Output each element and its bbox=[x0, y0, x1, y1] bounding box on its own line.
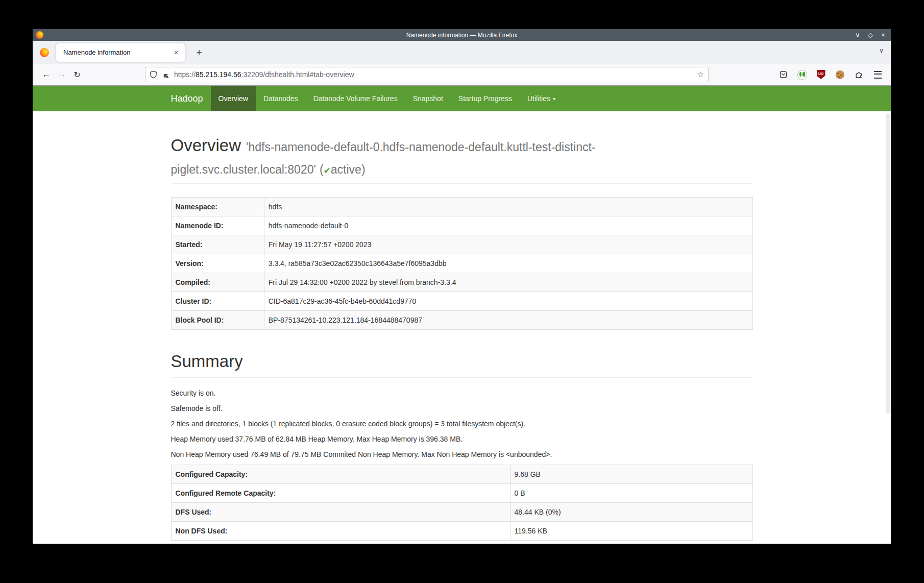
url-host: 85.215.194.56 bbox=[196, 70, 241, 79]
capacity-row: Non DFS Used:119.56 KB bbox=[171, 521, 752, 540]
navbar-items: OverviewDatanodesDatanode Volume Failure… bbox=[211, 86, 563, 111]
info-row: Namenode ID:hdfs-namenode-default-0 bbox=[171, 216, 752, 235]
info-row: Started:Fri May 19 11:27:57 +0200 2023 bbox=[171, 235, 752, 254]
nav-item-label: Overview bbox=[218, 94, 248, 103]
active-check-icon: ✔ bbox=[324, 166, 331, 176]
namenode-info-table: Namespace:hdfsNamenode ID:hdfs-namenode-… bbox=[171, 197, 753, 330]
list-tabs-chevron-icon[interactable]: ∨ bbox=[879, 47, 884, 54]
capacity-label: Configured Capacity: bbox=[171, 465, 510, 483]
window-title: Namenode information — Mozilla Firefox bbox=[33, 32, 891, 39]
nav-item-label: Startup Progress bbox=[458, 94, 512, 103]
summary-header: Summary bbox=[171, 350, 753, 378]
capacity-row: Configured Remote Capacity:0 B bbox=[171, 483, 752, 502]
overview-header: Overview'hdfs-namenode-default-0.hdfs-na… bbox=[171, 134, 753, 184]
nav-item-utilities[interactable]: Utilities▾ bbox=[520, 86, 563, 111]
firefox-view-icon bbox=[40, 48, 49, 57]
status-paren-close: ) bbox=[361, 163, 366, 176]
tab-bar: Namenode information × + ∨ bbox=[33, 41, 891, 64]
nav-item-overview[interactable]: Overview bbox=[211, 86, 256, 111]
summary-line: Safemode is off. bbox=[171, 403, 753, 414]
info-value: Fri May 19 11:27:57 +0200 2023 bbox=[264, 235, 752, 254]
extensions-puzzle-icon[interactable] bbox=[852, 67, 866, 82]
summary-line: 2 files and directories, 1 blocks (1 rep… bbox=[171, 419, 753, 429]
nav-item-startup-progress[interactable]: Startup Progress bbox=[451, 86, 520, 111]
nav-item-label: Utilities bbox=[527, 94, 550, 103]
tab-namenode-information[interactable]: Namenode information × bbox=[56, 43, 185, 62]
info-label: Block Pool ID: bbox=[171, 311, 264, 330]
info-value: hdfs-namenode-default-0 bbox=[264, 216, 752, 235]
page-title-summary: Summary bbox=[171, 350, 753, 373]
url-protocol: https:// bbox=[174, 70, 196, 79]
ublock-origin-icon[interactable]: UO bbox=[814, 67, 828, 82]
firefox-window: Namenode information — Mozilla Firefox ∨… bbox=[33, 29, 891, 544]
info-row: Namespace:hdfs bbox=[171, 198, 752, 216]
info-label: Version: bbox=[171, 254, 264, 273]
navbar-brand-hadoop[interactable]: Hadoop bbox=[163, 86, 211, 111]
capacity-value: 48.44 KB (0%) bbox=[510, 502, 752, 521]
page-scrollbar[interactable] bbox=[886, 113, 890, 414]
window-titlebar: Namenode information — Mozilla Firefox ∨… bbox=[33, 29, 891, 41]
tab-title: Namenode information bbox=[63, 48, 172, 56]
nav-item-datanode-volume-failures[interactable]: Datanode Volume Failures bbox=[306, 86, 405, 111]
info-label: Cluster ID: bbox=[171, 292, 264, 311]
navigation-toolbar: ← → ↻ https://85.215.194.56:32209/dfshea… bbox=[33, 64, 891, 86]
info-row: Compiled:Fri Jul 29 14:32:00 +0200 2022 … bbox=[171, 273, 752, 292]
menu-hamburger-icon[interactable] bbox=[870, 67, 885, 82]
namenode-status: active bbox=[331, 163, 361, 176]
page-content: Overview'hdfs-namenode-default-0.hdfs-na… bbox=[33, 111, 891, 544]
info-label: Namespace: bbox=[171, 198, 264, 216]
new-tab-button[interactable]: + bbox=[192, 47, 206, 58]
info-label: Started: bbox=[171, 235, 264, 254]
capacity-value: 0 B bbox=[510, 483, 752, 502]
capacity-label: Non DFS Used: bbox=[171, 521, 510, 540]
info-value: BP-875134261-10.223.121.184-168448847098… bbox=[264, 311, 752, 330]
hadoop-navbar: Hadoop OverviewDatanodesDatanode Volume … bbox=[33, 86, 891, 111]
summary-paragraphs: Security is on.Safemode is off.2 files a… bbox=[171, 388, 753, 459]
info-value: 3.3.4, ra585a73c3e02ac62350c136643a5e7f6… bbox=[264, 254, 752, 273]
capacity-value: 9.68 GB bbox=[510, 465, 752, 483]
capacity-row: Configured Capacity:9.68 GB bbox=[171, 465, 752, 483]
reload-button[interactable]: ↻ bbox=[69, 70, 85, 80]
page-title-overview: Overview bbox=[171, 136, 241, 155]
info-label: Compiled: bbox=[171, 273, 264, 292]
url-bar[interactable]: https://85.215.194.56:32209/dfshealth.ht… bbox=[145, 67, 709, 82]
tab-close-icon[interactable]: × bbox=[172, 48, 181, 57]
nav-item-label: Datanodes bbox=[263, 94, 298, 103]
bookmark-star-icon[interactable]: ☆ bbox=[697, 70, 704, 79]
firefox-view-button[interactable] bbox=[37, 45, 52, 60]
capacity-value: 119.56 KB bbox=[510, 521, 752, 540]
forward-button[interactable]: → bbox=[54, 69, 69, 80]
info-value: hdfs bbox=[264, 198, 752, 216]
nav-item-label: Datanode Volume Failures bbox=[313, 94, 398, 103]
cookie-extension-icon[interactable] bbox=[833, 67, 847, 82]
desktop-background: Namenode information — Mozilla Firefox ∨… bbox=[0, 0, 924, 583]
status-paren-open: ( bbox=[320, 163, 324, 176]
dropdown-caret-icon: ▾ bbox=[553, 96, 555, 102]
close-button[interactable]: × bbox=[880, 29, 887, 41]
nav-item-datanodes[interactable]: Datanodes bbox=[256, 86, 306, 111]
summary-line: Heap Memory used 37.76 MB of 62.84 MB He… bbox=[171, 434, 753, 444]
pocket-icon[interactable] bbox=[776, 67, 790, 82]
url-text: https://85.215.194.56:32209/dfshealth.ht… bbox=[174, 70, 693, 79]
extension-green-icon[interactable] bbox=[795, 67, 809, 82]
capacity-table: Configured Capacity:9.68 GBConfigured Re… bbox=[171, 465, 753, 541]
info-row: Block Pool ID:BP-875134261-10.223.121.18… bbox=[171, 311, 752, 330]
toolbar-extension-icons: UO bbox=[776, 67, 885, 82]
nav-item-label: Snapshot bbox=[413, 94, 443, 103]
summary-line: Non Heap Memory used 76.49 MB of 79.75 M… bbox=[171, 449, 753, 459]
capacity-label: DFS Used: bbox=[171, 502, 510, 521]
capacity-row: DFS Used:48.44 KB (0%) bbox=[171, 502, 752, 521]
tracking-protection-shield-icon[interactable] bbox=[150, 70, 157, 79]
nav-item-snapshot[interactable]: Snapshot bbox=[405, 86, 451, 111]
connection-lock-warning-icon[interactable] bbox=[162, 70, 169, 79]
back-button[interactable]: ← bbox=[39, 69, 54, 80]
window-controls: ∨ ◇ × bbox=[854, 29, 887, 41]
minimize-button[interactable]: ∨ bbox=[854, 29, 861, 41]
maximize-button[interactable]: ◇ bbox=[867, 29, 874, 41]
summary-line: Security is on. bbox=[171, 388, 753, 398]
info-value: Fri Jul 29 14:32:00 +0200 2022 by stevel… bbox=[264, 273, 752, 292]
info-label: Namenode ID: bbox=[171, 216, 264, 235]
info-row: Version:3.3.4, ra585a73c3e02ac62350c1366… bbox=[171, 254, 752, 273]
url-path: :32209/dfshealth.html#tab-overview bbox=[241, 70, 354, 79]
info-row: Cluster ID:CID-6a817c29-ac36-45fc-b4eb-6… bbox=[171, 292, 752, 311]
